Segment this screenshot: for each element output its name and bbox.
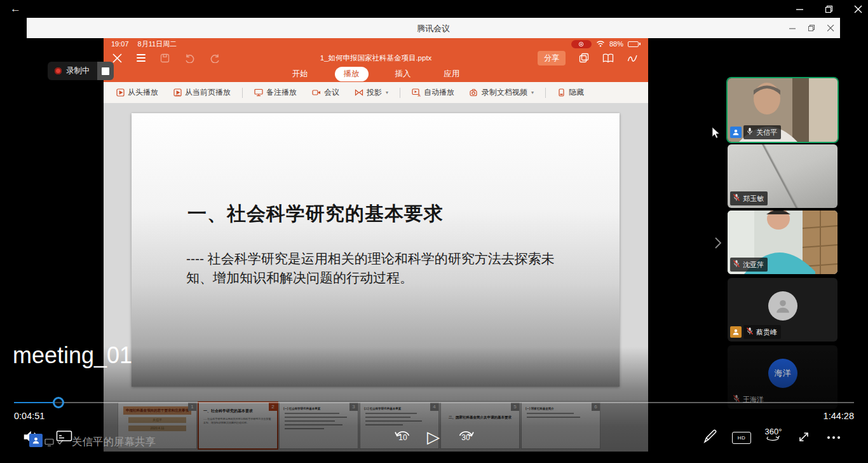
- participant-tile-shenyaping[interactable]: 沈亚萍: [728, 211, 837, 274]
- progress-track[interactable]: [14, 402, 854, 403]
- rotate-360-button[interactable]: 360°: [763, 427, 784, 441]
- copy-pages-icon[interactable]: [579, 53, 589, 63]
- dropdown-caret-icon: ▾: [531, 90, 534, 95]
- play-from-start-button[interactable]: 从头播放: [116, 87, 158, 98]
- status-date: 8月11日周二: [138, 39, 177, 49]
- play-from-current-icon: [173, 88, 182, 97]
- stop-recording-button[interactable]: [97, 62, 114, 80]
- play-icon: ▷: [427, 429, 440, 445]
- current-time: 0:04:51: [14, 411, 44, 421]
- mic-on-icon: [746, 127, 754, 138]
- slide-thumbnail-5[interactable]: 二、国家社科基金简介及申请的基本要求 5: [441, 403, 519, 448]
- close-icon[interactable]: [853, 4, 863, 14]
- participant-name: 关信平: [756, 128, 777, 137]
- participant-tile-caiguifeng[interactable]: 蔡贵峰: [728, 278, 837, 342]
- participant-name: 郑玉敏: [743, 194, 764, 204]
- fullscreen-icon: [797, 430, 811, 444]
- ribbon-tabs: 开始 播放 插入 应用: [104, 66, 648, 82]
- screen: ← 腾讯会议 19:07 8月11日周二 88%: [0, 0, 868, 463]
- notes-play-icon: [254, 88, 263, 97]
- read-mode-icon[interactable]: [602, 53, 614, 63]
- fullscreen-button[interactable]: [797, 430, 811, 444]
- slide-thumbnail-2[interactable]: 一、社会科学研究的基本要求 ---- 社会科学研究是运用相关的理论和科学的研究方…: [199, 403, 277, 448]
- autoplay-button[interactable]: A 自动播放: [412, 87, 454, 98]
- slide-number-badge: 6: [592, 403, 600, 411]
- tab-play[interactable]: 播放: [335, 67, 369, 81]
- meeting-restore-icon[interactable]: [807, 24, 816, 32]
- recording-dot-icon: [55, 67, 62, 74]
- mic-muted-icon: [733, 394, 740, 405]
- play-from-current-button[interactable]: 从当前页播放: [173, 87, 231, 98]
- tab-start[interactable]: 开始: [286, 67, 315, 81]
- meeting-button[interactable]: 会议: [312, 87, 339, 98]
- desktop-top-bar: ←: [0, 0, 868, 18]
- play-toolbar: 从头播放 从当前页播放 备注播放 会议 投影 ▾ A: [104, 82, 648, 104]
- annotate-button[interactable]: [703, 429, 718, 444]
- ppt-ribbon: 1_如何申报国家社科基金项目.pptx 分享: [104, 50, 648, 66]
- ppt-window: 19:07 8月11日周二 88% 1_如何申报国家社科基金项目.pptx: [104, 38, 648, 452]
- tab-apps[interactable]: 应用: [438, 67, 466, 81]
- meeting-window-title: 腾讯会议: [27, 23, 840, 34]
- subtitles-button[interactable]: [56, 429, 72, 443]
- back-arrow-icon[interactable]: ←: [10, 3, 21, 15]
- current-slide[interactable]: 一、社会科学研究的基本要求 ---- 社会科学研究是运用相关的理论和科学的研究方…: [132, 113, 620, 387]
- hide-icon: [557, 88, 566, 97]
- pencil-icon: [703, 429, 718, 444]
- quality-button[interactable]: HD: [732, 432, 751, 444]
- video-title: meeting_01: [13, 342, 132, 369]
- mic-muted-icon: [733, 193, 740, 204]
- meeting-window-titlebar: 腾讯会议: [27, 18, 840, 38]
- svg-text:A: A: [418, 93, 421, 97]
- slide-title: 一、社会科学研究的基本要求: [187, 201, 444, 227]
- restore-icon[interactable]: [824, 4, 834, 14]
- tab-insert[interactable]: 插入: [389, 67, 417, 81]
- wifi-icon: [596, 40, 605, 48]
- avatar-initials: 海洋: [768, 359, 797, 388]
- slide-thumbnail-6[interactable]: (一) 国家社科基金简介 6: [522, 403, 600, 448]
- progress-handle[interactable]: [53, 397, 64, 408]
- participant-tile-zhengyumin[interactable]: 郑玉敏: [728, 144, 837, 208]
- status-time: 19:07: [111, 40, 129, 48]
- hide-button[interactable]: 隐藏: [557, 87, 584, 98]
- forward-30-button[interactable]: 30: [456, 427, 475, 442]
- participant-tile-wanghaiyang[interactable]: 海洋 王海洋: [728, 345, 837, 409]
- screen-share-label: 关信平的屏幕共享: [72, 435, 156, 449]
- avatar-placeholder-icon: [768, 291, 797, 321]
- host-badge-icon: [730, 326, 742, 338]
- share-button[interactable]: 分享: [538, 51, 566, 66]
- rewind-10-button[interactable]: 10: [393, 427, 412, 442]
- notes-play-button[interactable]: 备注播放: [254, 87, 297, 98]
- meeting-close-icon[interactable]: [826, 24, 835, 32]
- rotate-arc-icon: [766, 436, 781, 441]
- play-from-start-icon: [116, 88, 125, 97]
- more-options-button[interactable]: [827, 436, 840, 439]
- slide-number-badge: 5: [511, 403, 519, 411]
- slide-thumbnail-3[interactable]: (一) 社会科学研究的基本要素 3: [280, 403, 358, 448]
- ink-pen-icon[interactable]: [627, 53, 638, 63]
- dropdown-caret-icon: ▾: [386, 90, 388, 95]
- participant-tile-guanxinping[interactable]: 关信平: [728, 78, 837, 142]
- toolbar-divider: [242, 88, 243, 98]
- meeting-minimize-icon[interactable]: [788, 24, 797, 32]
- device-status-bar: 19:07 8月11日周二 88%: [104, 38, 648, 50]
- autoplay-icon: A: [412, 88, 421, 97]
- mic-muted-icon: [746, 326, 754, 338]
- screen-recording-indicator-icon: [571, 40, 592, 48]
- subtitles-icon: [56, 429, 72, 443]
- meeting-icon: [312, 88, 321, 97]
- mic-muted-icon: [733, 259, 740, 270]
- project-icon: [355, 88, 363, 97]
- slide-number-badge: 4: [430, 403, 438, 411]
- minimize-icon[interactable]: [794, 4, 804, 14]
- slide-number-badge: 1: [188, 403, 196, 411]
- play-button[interactable]: ▷: [427, 429, 440, 445]
- slide-canvas: 一、社会科学研究的基本要求 ---- 社会科学研究是运用相关的理论和科学的研究方…: [104, 103, 648, 401]
- project-button[interactable]: 投影 ▾: [355, 87, 388, 98]
- battery-icon: [628, 41, 641, 47]
- record-doc-video-button[interactable]: 录制文档视频 ▾: [470, 87, 534, 98]
- screen-share-badge-icon: [29, 434, 43, 447]
- toolbar-divider: [545, 88, 546, 98]
- mouse-cursor: [712, 127, 721, 142]
- record-doc-video-icon: [470, 88, 478, 97]
- sidebar-expand-chevron-icon[interactable]: [713, 235, 723, 253]
